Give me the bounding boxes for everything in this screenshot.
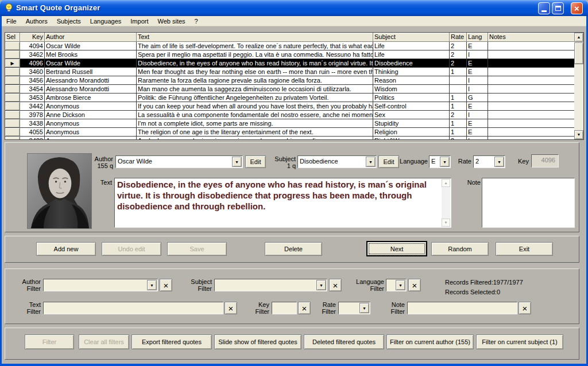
table-row[interactable]: ▶4096Oscar WildeDisobedience, in the eye… [5, 59, 583, 68]
table-row[interactable]: 3462Mel BrooksSpera per il meglio ma asp… [5, 50, 583, 59]
save-button[interactable]: Save [167, 242, 227, 256]
note-filter-input[interactable] [407, 302, 517, 314]
column-header-lang[interactable]: Lang [467, 33, 488, 42]
language-filter-combobox[interactable]: ▼ [386, 279, 407, 291]
cell-key[interactable]: 3442 [20, 102, 45, 111]
cell-key[interactable]: 3456 [20, 76, 45, 85]
row-selector-cell[interactable] [5, 111, 20, 119]
clear-all-filters-button[interactable]: Clear all filters [79, 334, 129, 349]
cell-notes[interactable] [488, 76, 574, 85]
cell-text[interactable]: The religion of one age is the literary … [137, 128, 373, 137]
cell-lang[interactable]: E [467, 68, 488, 76]
scroll-up-icon[interactable]: ▲ [442, 179, 450, 187]
cell-subject[interactable]: Politics [373, 94, 450, 102]
cell-rate[interactable]: 1 [450, 128, 467, 137]
cell-author[interactable]: Anonymous [45, 102, 137, 111]
subject-filter-clear-button[interactable]: × [329, 279, 342, 291]
edit-author-button[interactable]: Edit [245, 155, 266, 168]
column-header-rate[interactable]: Rate [450, 33, 467, 42]
chevron-down-icon[interactable]: ▼ [232, 157, 242, 167]
cell-rate[interactable]: 1 [450, 94, 467, 102]
cell-text[interactable]: The aim of life is self-development. To … [137, 42, 373, 50]
cell-lang[interactable]: E [467, 102, 488, 111]
language-combobox[interactable]: E ▼ [429, 155, 451, 168]
column-header-sel[interactable]: Sel [5, 33, 20, 42]
cell-author[interactable]: Oscar Wilde [45, 42, 137, 50]
chevron-down-icon[interactable]: ▼ [494, 157, 504, 167]
key-filter-clear-button[interactable]: × [298, 302, 311, 314]
cell-text[interactable]: Anche la saggezza ha i suoi eccessi, e n… [137, 137, 373, 140]
row-selector-cell[interactable] [5, 50, 20, 59]
menu-item-import[interactable]: Import [126, 17, 153, 26]
cell-text[interactable]: Spera per il meglio ma aspettati il pegg… [137, 50, 373, 59]
row-selector-cell[interactable] [5, 42, 20, 50]
undo-edit-button[interactable]: Undo edit [102, 242, 161, 256]
cell-notes[interactable] [488, 111, 574, 119]
cell-key[interactable]: 4096 [20, 59, 45, 68]
cell-author[interactable]: Oscar Wilde [45, 59, 137, 68]
row-selector-cell[interactable] [5, 76, 20, 85]
delete-button[interactable]: Delete [265, 242, 322, 256]
cell-author[interactable]: Ambrose Bierce [45, 94, 137, 102]
table-row[interactable]: 3456Alessandro MorandottiRaramente la fo… [5, 76, 583, 85]
close-button[interactable]: × [571, 2, 583, 14]
random-button[interactable]: Random [431, 242, 489, 256]
row-selector-cell[interactable] [5, 128, 20, 137]
author-combobox[interactable]: Oscar Wilde ▼ [115, 155, 243, 168]
menu-item-help[interactable]: ? [190, 17, 203, 26]
row-selector-cell[interactable] [5, 68, 20, 76]
cell-notes[interactable] [488, 85, 574, 94]
cell-subject[interactable]: Sex [373, 111, 450, 119]
cell-key[interactable]: 3428 [20, 137, 45, 140]
cell-rate[interactable] [450, 76, 467, 85]
cell-subject[interactable]: Right&W [373, 137, 450, 140]
cell-notes[interactable] [488, 42, 574, 50]
minimize-button[interactable] [538, 2, 550, 14]
chevron-down-icon[interactable]: ▼ [440, 157, 450, 167]
cell-lang[interactable]: E [467, 128, 488, 137]
titlebar[interactable]: Smart Quote Organizer × [0, 0, 588, 16]
filter-button[interactable]: Filter [25, 334, 74, 349]
cell-author[interactable]: Anonymous [45, 119, 137, 128]
scroll-down-icon[interactable]: ▼ [574, 130, 583, 139]
cell-lang[interactable]: I [467, 137, 488, 140]
cell-text[interactable]: Men fear thought as they fear nothing el… [137, 68, 373, 76]
cell-key[interactable]: 3978 [20, 111, 45, 119]
cell-lang[interactable]: I [467, 111, 488, 119]
cell-lang[interactable]: E [467, 42, 488, 50]
note-area[interactable] [482, 178, 575, 228]
note-filter-clear-button[interactable]: × [519, 302, 531, 314]
chevron-down-icon[interactable]: ▼ [316, 280, 326, 290]
cell-notes[interactable] [488, 128, 574, 137]
cell-author[interactable]: Alessandro Morandotti [45, 76, 137, 85]
cell-subject[interactable]: Reason [373, 76, 450, 85]
cell-notes[interactable] [488, 68, 574, 76]
cell-notes[interactable] [488, 137, 574, 140]
cell-text[interactable]: Raramente la forza della ragione prevale… [137, 76, 373, 85]
maximize-button[interactable] [552, 2, 564, 14]
cell-text[interactable]: If you can keep your head when all aroun… [137, 102, 373, 111]
menu-item-authors[interactable]: Authors [21, 17, 52, 26]
table-row[interactable]: 3438AnonymousI'm not a complete idiot, s… [5, 119, 583, 128]
cell-subject[interactable]: Wisdom [373, 85, 450, 94]
subject-combobox[interactable]: Disobedience ▼ [297, 155, 377, 168]
cell-key[interactable]: 4055 [20, 128, 45, 137]
cell-subject[interactable]: Life [373, 50, 450, 59]
menu-item-file[interactable]: File [2, 17, 21, 26]
cell-rate[interactable]: 1 [450, 102, 467, 111]
row-selector-cell[interactable] [5, 102, 20, 111]
cell-lang[interactable]: I [467, 50, 488, 59]
cell-text[interactable]: Man mano che aumenta la saggezza diminui… [137, 85, 373, 94]
cell-notes[interactable] [488, 59, 574, 68]
table-row[interactable]: 3442AnonymousIf you can keep your head w… [5, 102, 583, 111]
cell-rate[interactable]: 2 [450, 50, 467, 59]
scroll-thumb[interactable] [574, 42, 583, 64]
cell-text[interactable]: La sessualità è una componente fondament… [137, 111, 373, 119]
cell-subject[interactable]: Stupidity [373, 119, 450, 128]
rate-combobox[interactable]: 2 ▼ [473, 155, 505, 168]
cell-author[interactable]: Anonymous [45, 128, 137, 137]
table-row[interactable]: 3454Alessandro MorandottiMan mano che au… [5, 85, 583, 94]
row-selector-cell[interactable] [5, 94, 20, 102]
column-header-notes[interactable]: Notes [488, 33, 574, 42]
language-filter-clear-button[interactable]: × [408, 279, 421, 291]
